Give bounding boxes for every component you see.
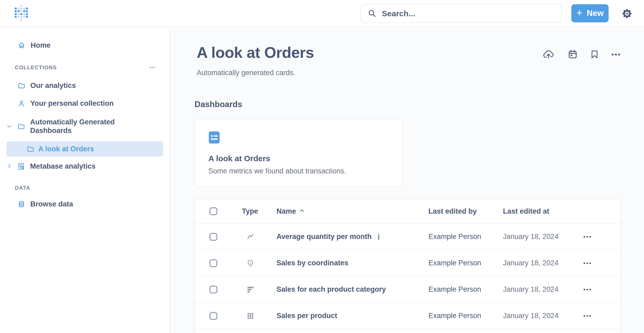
column-header-last-edited-at[interactable]: Last edited at — [503, 207, 549, 215]
sidebar-item-label: Browse data — [30, 200, 73, 208]
column-header-last-edited-by[interactable]: Last edited by — [428, 207, 477, 215]
sidebar-item-a-look-at-orders[interactable]: A look at Orders — [6, 141, 163, 157]
item-name[interactable]: Sales per product — [276, 312, 337, 320]
app-header: + New — [0, 0, 644, 27]
last-edited-at: January 18, 2024 — [503, 259, 559, 267]
main-content: A look at Orders — [170, 27, 644, 333]
last-edited-at: January 18, 2024 — [503, 312, 559, 320]
folder-icon — [27, 145, 34, 153]
sidebar: Home COLLECTIONS ••• Our analytics Your … — [0, 27, 170, 333]
sidebar-item-metabase-analytics[interactable]: Metabase analytics — [0, 158, 170, 174]
page-title: A look at Orders — [197, 44, 314, 61]
folder-icon — [18, 82, 25, 90]
cloud-upload-icon[interactable] — [542, 50, 555, 59]
select-all-checkbox[interactable] — [209, 207, 217, 215]
bookmark-icon[interactable] — [591, 50, 598, 59]
sidebar-item-label: Metabase analytics — [30, 162, 96, 170]
sidebar-item-label: A look at Orders — [38, 145, 94, 153]
dashboards-section-title: Dashboards — [195, 99, 621, 110]
column-header-name[interactable]: Name — [276, 207, 296, 216]
info-icon[interactable]: i — [378, 233, 380, 241]
gear-icon[interactable] — [622, 9, 632, 18]
sidebar-item-label: Home — [31, 41, 51, 50]
table-row: Sales for each product category Example … — [195, 276, 621, 302]
data-title: DATA — [15, 185, 30, 191]
item-name[interactable]: Sales for each product category — [276, 285, 386, 294]
last-edited-at: January 18, 2024 — [503, 285, 559, 293]
table-header-row: Type Name Last edited by Last edited at — [195, 199, 621, 223]
table-row: Sales per product Example Person January… — [195, 302, 621, 329]
last-edited-by: Example Person — [428, 312, 481, 320]
dashboard-icon — [208, 131, 389, 144]
collections-title: COLLECTIONS — [15, 64, 57, 71]
sidebar-item-personal-collection[interactable]: Your personal collection — [0, 95, 170, 111]
item-name[interactable]: Average quantity per month — [276, 233, 372, 241]
sidebar-item-label: Your personal collection — [30, 99, 114, 108]
collections-section-header: COLLECTIONS ••• — [0, 62, 170, 73]
table-row-partial — [195, 329, 621, 333]
table-grid-icon — [247, 312, 254, 320]
more-options-icon[interactable]: ••• — [612, 51, 621, 58]
title-actions: ••• — [542, 50, 621, 59]
sidebar-item-home[interactable]: Home — [0, 37, 170, 53]
item-name[interactable]: Sales by coordinates — [276, 259, 348, 267]
row-checkbox[interactable] — [209, 286, 217, 294]
calendar-icon[interactable] — [568, 50, 577, 59]
sidebar-item-label: Our analytics — [30, 81, 76, 90]
line-chart-icon — [247, 233, 254, 241]
card-title: A look at Orders — [208, 154, 389, 163]
row-checkbox[interactable] — [209, 312, 217, 320]
last-edited-by: Example Person — [428, 233, 481, 241]
collections-menu-icon[interactable]: ••• — [149, 65, 156, 70]
metabase-logo-icon[interactable] — [15, 5, 28, 21]
row-menu-icon[interactable]: ••• — [583, 286, 592, 293]
sidebar-item-auto-generated-dashboards[interactable]: Automatically Generated Dashboards — [0, 113, 170, 139]
new-button[interactable]: + New — [571, 4, 609, 22]
person-icon — [18, 100, 25, 107]
horizontal-bar-chart-icon — [247, 286, 254, 293]
chevron-down-icon[interactable] — [6, 123, 12, 129]
items-table: Type Name Last edited by Last edited at — [195, 199, 621, 333]
table-row: Sales by coordinates Example Person Janu… — [195, 250, 621, 276]
last-edited-by: Example Person — [428, 285, 481, 293]
database-icon — [18, 200, 25, 208]
sidebar-item-our-analytics[interactable]: Our analytics — [0, 78, 170, 94]
pin-map-icon — [247, 259, 254, 267]
sidebar-item-label: Automatically Generated Dashboards — [30, 118, 121, 135]
sort-ascending-icon[interactable] — [300, 209, 304, 212]
home-icon — [18, 41, 26, 49]
page-subtitle: Automatically generated cards. — [197, 68, 621, 77]
card-description: Some metrics we found about transactions… — [208, 167, 389, 175]
dashboard-card[interactable]: A look at Orders Some metrics we found a… — [195, 119, 403, 187]
search-icon — [368, 9, 377, 18]
search-bar[interactable] — [361, 4, 562, 23]
folder-icon — [17, 123, 25, 130]
audit-doc-icon — [17, 163, 25, 170]
collections-list: Our analytics Your personal collection — [0, 78, 170, 174]
row-menu-icon[interactable]: ••• — [583, 312, 592, 319]
row-menu-icon[interactable]: ••• — [583, 260, 592, 266]
column-header-type[interactable]: Type — [236, 207, 258, 216]
last-edited-by: Example Person — [428, 259, 481, 267]
last-edited-at: January 18, 2024 — [503, 233, 559, 241]
plus-icon: + — [576, 7, 582, 18]
table-row: Average quantity per month i Example Per… — [195, 223, 621, 250]
row-checkbox[interactable] — [209, 259, 217, 267]
search-input[interactable] — [382, 9, 555, 18]
chevron-right-icon[interactable] — [6, 163, 12, 169]
row-menu-icon[interactable]: ••• — [583, 233, 592, 240]
data-section-header: DATA — [0, 182, 170, 193]
sidebar-item-browse-data[interactable]: Browse data — [0, 196, 170, 212]
row-checkbox[interactable] — [209, 233, 217, 241]
